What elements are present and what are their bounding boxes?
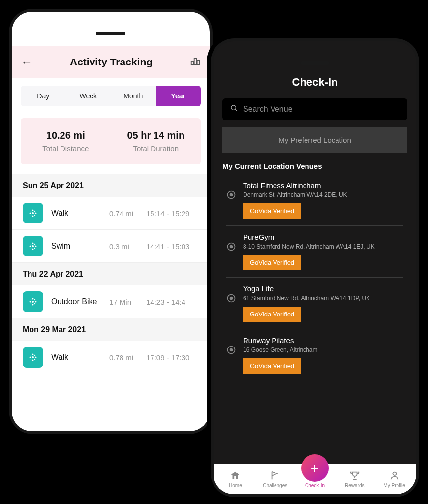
phone-activity-tracking: ← Activity Tracking Day Week Month Year … xyxy=(5,5,216,438)
tab-week[interactable]: Week xyxy=(66,86,111,106)
activity-name: Outdoor Bike xyxy=(51,297,109,306)
venue-item[interactable]: Yoga Life61 Stamford New Rd, Altrincham … xyxy=(226,278,403,329)
svg-point-5 xyxy=(32,216,34,217)
tab-month[interactable]: Month xyxy=(111,86,156,106)
location-pin-icon xyxy=(226,345,236,374)
total-duration-label: Total Duration xyxy=(111,144,201,153)
activity-name: Swim xyxy=(51,242,109,251)
search-input[interactable]: Search Venue xyxy=(222,98,407,120)
venue-address: Denmark St, Altrincham WA14 2DE, UK xyxy=(243,191,347,198)
activity-name: Walk xyxy=(51,209,109,218)
fitbit-icon xyxy=(23,203,43,223)
fitbit-icon xyxy=(23,347,43,368)
svg-point-23 xyxy=(32,304,34,306)
svg-point-22 xyxy=(32,298,34,300)
svg-point-32 xyxy=(32,360,34,361)
activity-time: 17:09 - 17:30 xyxy=(146,353,199,362)
svg-point-19 xyxy=(31,248,31,249)
activity-row[interactable]: Outdoor Bike17 Min14:23 - 14:4 xyxy=(12,285,210,318)
svg-point-24 xyxy=(30,301,31,303)
svg-point-18 xyxy=(34,244,35,245)
nav-home[interactable]: Home xyxy=(215,470,255,488)
total-distance-label: Total Distance xyxy=(21,144,111,153)
svg-point-35 xyxy=(31,355,31,356)
flag-icon xyxy=(270,470,280,481)
nav-rewards[interactable]: Rewards xyxy=(335,470,374,488)
svg-point-29 xyxy=(34,303,35,304)
svg-point-7 xyxy=(35,213,37,214)
svg-rect-1 xyxy=(194,59,197,65)
search-icon xyxy=(230,104,238,114)
total-duration-value: 05 hr 14 min xyxy=(111,130,201,141)
venue-address: 16 Goose Green, Altrincham xyxy=(243,346,317,353)
venue-name: PureGym xyxy=(243,233,375,241)
svg-point-8 xyxy=(31,211,31,212)
svg-point-10 xyxy=(31,215,31,216)
nav-challenges[interactable]: Challenges xyxy=(255,470,295,488)
total-distance-value: 10.26 mi xyxy=(21,130,111,141)
preferred-location-tab[interactable]: My Preferred Location xyxy=(222,127,407,153)
date-header: Thu 22 Apr 2021 xyxy=(12,263,210,285)
activity-distance: 0.74 mi xyxy=(109,209,146,218)
phone-check-in: Check-In Search Venue My Preferred Locat… xyxy=(207,34,423,501)
add-icon: + xyxy=(301,454,329,482)
svg-point-42 xyxy=(230,194,233,196)
svg-point-14 xyxy=(32,249,34,250)
svg-point-6 xyxy=(30,213,31,214)
venue-name: Yoga Life xyxy=(243,284,370,293)
header-bar: ← Activity Tracking xyxy=(12,46,210,78)
location-pin-icon xyxy=(226,242,236,270)
summary-card: 10.26 mi Total Distance 05 hr 14 min Tot… xyxy=(21,118,201,164)
verified-badge: GoVida Verified xyxy=(243,203,301,219)
verified-badge: GoVida Verified xyxy=(243,307,301,322)
leaderboard-icon[interactable] xyxy=(186,56,201,68)
tab-day[interactable]: Day xyxy=(21,86,66,106)
svg-point-4 xyxy=(32,210,34,211)
nav-check-in[interactable]: + Check-In xyxy=(295,469,335,488)
svg-point-28 xyxy=(31,303,31,304)
svg-point-11 xyxy=(34,215,35,216)
tab-year[interactable]: Year xyxy=(156,86,201,106)
venue-address: 61 Stamford New Rd, Altrincham WA14 1DP,… xyxy=(243,295,370,302)
svg-point-36 xyxy=(34,355,35,356)
date-header: Sun 25 Apr 2021 xyxy=(12,174,210,197)
svg-point-9 xyxy=(34,211,35,212)
venue-item[interactable]: PureGym8-10 Stamford New Rd, Altrincham … xyxy=(226,226,403,278)
svg-point-16 xyxy=(35,246,37,247)
svg-point-44 xyxy=(230,246,233,248)
svg-point-31 xyxy=(32,354,34,355)
venue-item[interactable]: Runway Pilates16 Goose Green, Altrincham… xyxy=(226,329,403,380)
svg-point-39 xyxy=(231,105,236,110)
svg-point-49 xyxy=(393,472,396,475)
verified-badge: GoVida Verified xyxy=(243,358,301,374)
activity-distance: 0.3 mi xyxy=(109,242,146,251)
svg-point-13 xyxy=(32,243,34,244)
bottom-nav: Home Challenges + Check-In Rewards My Pr… xyxy=(214,464,416,494)
venue-item[interactable]: Total Fitness AltrinchamDenmark St, Altr… xyxy=(226,174,403,226)
location-pin-icon xyxy=(226,190,236,219)
fitbit-icon xyxy=(23,236,43,256)
activity-time: 14:23 - 14:4 xyxy=(146,298,199,306)
page-title: Check-In xyxy=(214,76,416,89)
venue-name: Total Fitness Altrincham xyxy=(243,181,347,189)
verified-badge: GoVida Verified xyxy=(243,255,301,270)
back-icon[interactable]: ← xyxy=(21,55,32,69)
svg-point-46 xyxy=(230,297,233,300)
svg-point-38 xyxy=(34,359,35,360)
svg-point-20 xyxy=(34,248,35,249)
svg-point-30 xyxy=(32,356,34,358)
nav-my-profile[interactable]: My Profile xyxy=(374,470,414,488)
activity-row[interactable]: Walk0.74 mi15:14 - 15:29 xyxy=(12,197,210,230)
date-header: Mon 29 Mar 2021 xyxy=(12,318,210,341)
activity-row[interactable]: Walk0.78 mi17:09 - 17:30 xyxy=(12,341,210,374)
activity-row[interactable]: Swim0.3 mi14:41 - 15:03 xyxy=(12,230,210,263)
venue-address: 8-10 Stamford New Rd, Altrincham WA14 1E… xyxy=(243,243,375,250)
svg-point-26 xyxy=(31,299,31,300)
svg-point-48 xyxy=(230,349,233,351)
svg-point-37 xyxy=(31,359,31,360)
activity-distance: 17 Min xyxy=(109,298,146,306)
fitbit-icon xyxy=(23,291,43,312)
svg-point-21 xyxy=(32,301,34,303)
svg-point-34 xyxy=(35,357,37,358)
location-pin-icon xyxy=(226,293,236,322)
